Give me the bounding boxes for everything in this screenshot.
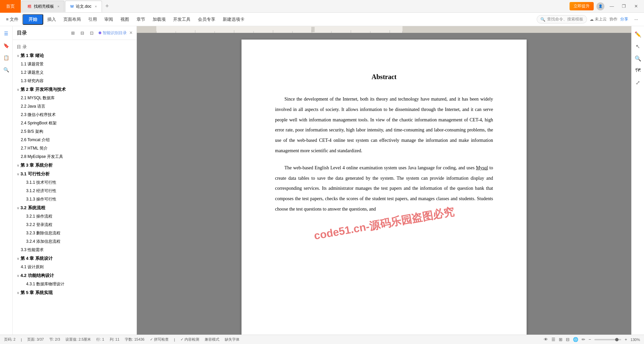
toc-item-24[interactable]: ∨第 4 章 系统设计 [13, 254, 137, 263]
restore-button[interactable]: ❐ [619, 2, 629, 11]
ruler [137, 26, 631, 33]
status-icon-web[interactable]: 🌐 [573, 337, 578, 342]
toc-collapse-icon-28[interactable]: ∨ [17, 291, 19, 295]
zoom-slider[interactable] [594, 339, 621, 340]
toc-item-7[interactable]: 2.3 微信小程序技术 [13, 111, 137, 119]
search-command[interactable]: 🔍 查找命令、搜索模板 [537, 15, 587, 23]
toc-collapse-icon-4[interactable]: ∨ [17, 88, 19, 92]
tab-template-close[interactable]: × [57, 4, 59, 8]
toc-collapse-icon-26[interactable]: ∨ [17, 274, 19, 278]
right-icon-expand[interactable]: ⤢ [633, 77, 643, 88]
user-avatar[interactable]: 👤 [596, 2, 604, 10]
toc-item-18[interactable]: ∨3.2 系统流程 [13, 204, 137, 212]
sidebar-tool-expand[interactable]: ⊞ [69, 29, 77, 37]
toc-collapse-icon-24[interactable]: ∨ [17, 257, 19, 261]
toc-item-label-7: 2.3 微信小程序技术 [21, 112, 56, 118]
toc-item-15[interactable]: 3.1.1 技术可行性 [13, 178, 137, 187]
nav-search-icon[interactable]: 🔍 [2, 65, 11, 74]
toc-collapse-icon-18[interactable]: ∨ [17, 206, 19, 210]
menu-start[interactable]: 开始 [22, 14, 43, 25]
status-line: 行: 1 [96, 337, 104, 342]
toc-item-20[interactable]: 3.2.2 登录流程 [13, 221, 137, 229]
toc-item-16[interactable]: 3.1.2 经济可行性 [13, 187, 137, 195]
toc-item-23[interactable]: 3.3 性能需求 [13, 246, 137, 254]
nav-bookmark-icon[interactable]: 🔖 [2, 41, 11, 50]
sidebar-close-button[interactable]: × [129, 30, 132, 36]
menu-extra[interactable]: 加载项 [149, 15, 169, 24]
tab-doc[interactable]: W 论文.doc × [65, 1, 102, 12]
status-separator-1: | [21, 338, 22, 342]
share-button[interactable]: 分享 [620, 16, 628, 22]
toc-collapse-icon-14[interactable]: ∨ [17, 172, 19, 176]
more-button[interactable]: ··· [631, 15, 641, 23]
status-icon-edit2[interactable]: ✏ [582, 337, 585, 342]
menu-new-select[interactable]: 新建选项卡 [219, 15, 248, 24]
toc-item-22[interactable]: 3.2.4 添加信息流程 [13, 237, 137, 246]
toc-item-8[interactable]: 2.4 SpringBoot 框架 [13, 119, 137, 127]
toc-item-label-26: 4.2 功能结构设计 [20, 273, 54, 279]
new-tab-button[interactable]: + [102, 0, 112, 13]
toc-item-10[interactable]: 2.6 Tomcat 介绍 [13, 136, 137, 144]
toc-item-17[interactable]: 3.1.3 操作可行性 [13, 195, 137, 204]
toc-collapse-icon-0[interactable]: ∨ [17, 54, 19, 58]
toc-item-26[interactable]: ∨4.2 功能结构设计 [13, 271, 137, 280]
toc-item-4[interactable]: ∨第 2 章 开发环境与技术 [13, 85, 137, 94]
toc-item-21[interactable]: 3.2.3 删除信息流程 [13, 229, 137, 237]
menu-layout[interactable]: 页面布局 [60, 15, 84, 24]
tab-template[interactable]: 稻 找稻壳模板 × [21, 1, 64, 12]
status-icon-view3[interactable]: ⊟ [566, 337, 570, 342]
tab-home[interactable]: 首页 [0, 0, 21, 13]
toc-item-5[interactable]: 2.1 MYSQL 数据库 [13, 94, 137, 102]
status-icon-eye[interactable]: 👁 [544, 337, 548, 342]
toc-item-13[interactable]: ∨第 3 章 系统分析 [13, 161, 137, 170]
document-page[interactable]: code51.cn-源码乐园盗图必究 Abstract Since the de… [241, 40, 527, 335]
toc-item-9[interactable]: 2.5 B/S 架构 [13, 127, 137, 136]
menu-bar: ≡ 文件 开始 插入 页面布局 引用 审阅 视图 章节 加载项 开发工具 会员专… [0, 13, 644, 26]
toc-item-6[interactable]: 2.2 Java 语言 [13, 102, 137, 111]
menu-references[interactable]: 引用 [85, 15, 100, 24]
toc-item-19[interactable]: 3.2.1 操作流程 [13, 212, 137, 221]
collab-button[interactable]: 协作 [609, 16, 618, 22]
status-spellcheck[interactable]: ✓ 拼写检查 [150, 337, 169, 342]
right-icon-search[interactable]: 🔍 [633, 53, 643, 64]
toc-item-3[interactable]: 1.3 研究内容 [13, 77, 137, 85]
status-icon-view2[interactable]: ⊞ [559, 337, 562, 342]
status-contentcheck[interactable]: ✓ 内容检测 [180, 337, 199, 342]
tab-doc-close[interactable]: × [95, 4, 97, 8]
toc-item-14[interactable]: ∨3.1 可行性分析 [13, 170, 137, 178]
toc-item-12[interactable]: 2.8 MyEclipse 开发工具 [13, 153, 137, 161]
status-icon-minus[interactable]: − [589, 337, 591, 342]
toc-item-27[interactable]: 4.3.1 数据库物理设计 [13, 280, 137, 288]
toc-item-11[interactable]: 2.7 HTML 简介 [13, 144, 137, 153]
ai-toc-button[interactable]: 智能识别目录 [99, 30, 127, 36]
toc-item-2[interactable]: 1.2 课题意义 [13, 68, 137, 77]
doc-icon: W [70, 4, 73, 8]
toc-item-label-25: 4.1 设计原则 [21, 264, 44, 270]
nav-history-icon[interactable]: 📋 [2, 53, 11, 62]
toc-item-label-4: 第 2 章 开发环境与技术 [20, 87, 66, 93]
toc-collapse-icon-13[interactable]: ∨ [17, 164, 19, 167]
status-icon-plus[interactable]: + [625, 337, 627, 342]
right-icon-map[interactable]: 🗺 [633, 65, 643, 76]
menu-devtools[interactable]: 开发工具 [170, 15, 194, 24]
menu-chapter[interactable]: 章节 [133, 15, 149, 24]
cloud-button[interactable]: ☁ 未上云 [590, 16, 607, 22]
nav-toc-icon[interactable]: ☰ [2, 29, 11, 38]
sidebar-tool-collapse[interactable]: ⊟ [78, 29, 87, 37]
menu-member[interactable]: 会员专享 [195, 15, 219, 24]
right-icon-cursor[interactable]: ↖ [633, 41, 643, 52]
status-icon-view1[interactable]: ☰ [551, 337, 555, 342]
toc-item-0[interactable]: ∨第 1 章 绪论 [13, 51, 137, 60]
menu-view[interactable]: 视图 [117, 15, 132, 24]
menu-insert[interactable]: 插入 [44, 15, 59, 24]
toc-item-1[interactable]: 1.1 课题背景 [13, 60, 137, 68]
toc-item-25[interactable]: 4.1 设计原则 [13, 263, 137, 271]
toc-item-28[interactable]: ∨第 5 章 系统实现 [13, 288, 137, 297]
menu-review[interactable]: 审阅 [101, 15, 116, 24]
right-icon-edit[interactable]: ✏️ [633, 29, 643, 40]
sidebar-tool-settings[interactable]: ⊡ [88, 29, 96, 37]
close-button[interactable]: ✕ [631, 2, 641, 11]
minimize-button[interactable]: — [607, 2, 616, 11]
upgrade-button[interactable]: 立即提升 [570, 2, 594, 10]
menu-file[interactable]: ≡ 文件 [3, 15, 22, 24]
